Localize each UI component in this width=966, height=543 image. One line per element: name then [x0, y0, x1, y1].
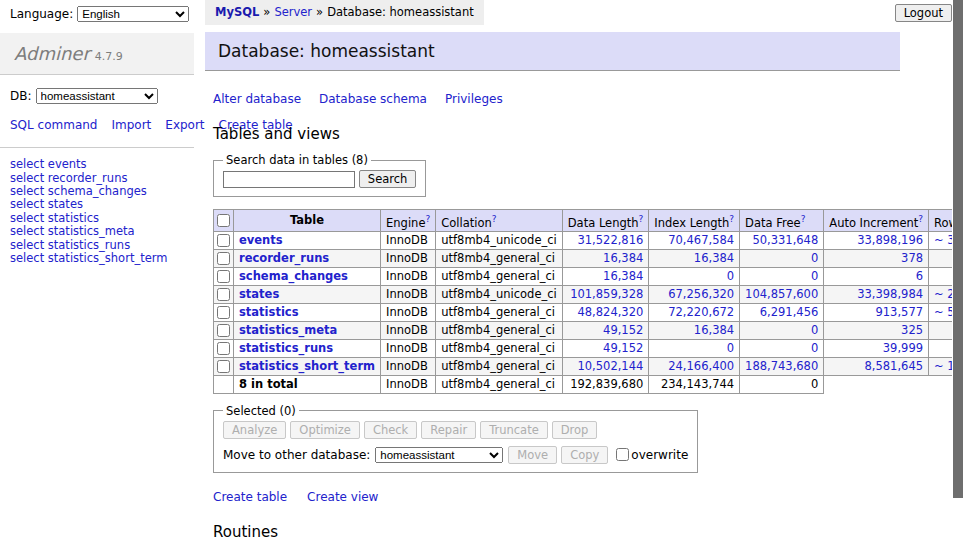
column-help-link[interactable]: ?	[918, 214, 923, 224]
totals-data-length: 192,839,680	[562, 375, 649, 393]
index-length-link[interactable]: 16,384	[694, 251, 734, 265]
index-length-link[interactable]: 0	[727, 269, 734, 283]
data-length-link[interactable]: 48,824,320	[577, 305, 643, 319]
move-db-select[interactable]: homeassistant	[375, 447, 503, 463]
search-input[interactable]	[223, 171, 355, 188]
row-checkbox[interactable]	[217, 234, 230, 247]
auto-increment-link[interactable]: 378	[901, 251, 923, 265]
column-help-link[interactable]: ?	[492, 214, 497, 224]
breadcrumb-server-link[interactable]: Server	[274, 5, 312, 19]
row-checkbox[interactable]	[217, 252, 230, 265]
table-name-link[interactable]: events	[239, 233, 283, 247]
table-name-link[interactable]: statistics	[239, 305, 299, 319]
data-length-link[interactable]: 101,859,328	[570, 287, 643, 301]
breadcrumb-mysql-link[interactable]: MySQL	[215, 5, 259, 19]
row-checkbox-cell	[214, 231, 234, 249]
row-checkbox[interactable]	[217, 270, 230, 283]
sidebar-select-link[interactable]: select statistics	[10, 212, 184, 225]
repair-button[interactable]: Repair	[421, 421, 476, 439]
database-schema-link[interactable]: Database schema	[319, 92, 427, 106]
data-length-link[interactable]: 31,522,816	[577, 233, 643, 247]
select-all-checkbox[interactable]	[217, 214, 230, 227]
copy-button[interactable]: Copy	[561, 446, 608, 464]
index-length-link[interactable]: 24,166,400	[668, 359, 734, 373]
data-free-link[interactable]: 0	[811, 341, 818, 355]
sidebar-select-link[interactable]: select statistics_runs	[10, 239, 184, 252]
sidebar-select-link[interactable]: select recorder_runs	[10, 172, 184, 185]
table-name-link[interactable]: statistics_meta	[239, 323, 337, 337]
db-select[interactable]: homeassistant	[36, 88, 158, 104]
privileges-link[interactable]: Privileges	[445, 92, 503, 106]
column-help-link[interactable]: ?	[639, 214, 644, 224]
search-button[interactable]: Search	[359, 170, 417, 188]
data-free-link[interactable]: 188,743,680	[745, 359, 818, 373]
sidebar-link-import[interactable]: Import	[111, 118, 151, 132]
data-length-link[interactable]: 16,384	[603, 269, 643, 283]
index-length-link[interactable]: 16,384	[694, 323, 734, 337]
auto-increment-link[interactable]: 325	[901, 323, 923, 337]
column-help-link[interactable]: ?	[801, 214, 806, 224]
move-button[interactable]: Move	[508, 446, 557, 464]
sidebar-link-sql-command[interactable]: SQL command	[10, 118, 97, 132]
column-help-sup: ?	[639, 214, 644, 224]
auto-increment-link[interactable]: 913,577	[875, 305, 923, 319]
create-view-link[interactable]: Create view	[307, 490, 378, 504]
sidebar-select-link[interactable]: select states	[10, 198, 184, 211]
data-length-link[interactable]: 49,152	[603, 341, 643, 355]
table-name-link[interactable]: statistics_runs	[239, 341, 333, 355]
sidebar-select-link[interactable]: select statistics_short_term	[10, 252, 184, 265]
table-name-link[interactable]: statistics_short_term	[239, 359, 375, 373]
data-free-link[interactable]: 0	[811, 251, 818, 265]
table-name-link[interactable]: recorder_runs	[239, 251, 329, 265]
analyze-button[interactable]: Analyze	[223, 421, 286, 439]
tables-overview-table: TableEngine?Collation?Data Length?Index …	[213, 209, 966, 394]
auto-increment-link[interactable]: 39,999	[883, 341, 923, 355]
overwrite-checkbox[interactable]	[616, 448, 629, 461]
data-free-link[interactable]: 104,857,600	[745, 287, 818, 301]
index-length-link[interactable]: 67,256,320	[668, 287, 734, 301]
sidebar-select-link[interactable]: select events	[10, 158, 184, 171]
row-checkbox[interactable]	[217, 342, 230, 355]
logout-button[interactable]: Logout	[895, 4, 952, 22]
check-button[interactable]: Check	[364, 421, 417, 439]
auto-increment-link[interactable]: 33,898,196	[857, 233, 923, 247]
row-checkbox[interactable]	[217, 288, 230, 301]
engine-cell: InnoDB	[381, 303, 436, 321]
sidebar-select-link[interactable]: select schema_changes	[10, 185, 184, 198]
overwrite-label: overwrite	[631, 448, 688, 462]
page-title: Database: homeassistant	[205, 32, 900, 71]
alter-database-link[interactable]: Alter database	[213, 92, 301, 106]
sidebar-select-link[interactable]: select statistics_meta	[10, 225, 184, 238]
auto-increment-link[interactable]: 33,398,984	[857, 287, 923, 301]
table-name-cell: schema_changes	[234, 267, 381, 285]
table-name-link[interactable]: schema_changes	[239, 269, 348, 283]
row-checkbox[interactable]	[217, 306, 230, 319]
sidebar-link-export[interactable]: Export	[165, 118, 204, 132]
auto-increment-link[interactable]: 6	[916, 269, 923, 283]
column-help-link[interactable]: ?	[729, 214, 734, 224]
column-help-link[interactable]: ?	[425, 214, 430, 224]
data-length-cell: 31,522,816	[562, 231, 649, 249]
index-length-link[interactable]: 0	[727, 341, 734, 355]
table-name-link[interactable]: states	[239, 287, 279, 301]
app-version: 4.7.9	[95, 50, 123, 63]
data-free-link[interactable]: 50,331,648	[752, 233, 818, 247]
language-select[interactable]: English	[77, 6, 189, 22]
data-free-link[interactable]: 6,291,456	[760, 305, 819, 319]
data-length-link[interactable]: 10,502,144	[577, 359, 643, 373]
row-checkbox[interactable]	[217, 324, 230, 337]
index-length-link[interactable]: 70,467,584	[668, 233, 734, 247]
optimize-button[interactable]: Optimize	[290, 421, 360, 439]
scrollbar-thumb[interactable]	[953, 0, 963, 498]
row-checkbox[interactable]	[217, 360, 230, 373]
auto-increment-link[interactable]: 8,581,645	[865, 359, 924, 373]
create-table-link[interactable]: Create table	[213, 490, 287, 504]
data-free-link[interactable]: 0	[811, 269, 818, 283]
column-header-label: Data Length	[568, 215, 639, 229]
data-free-link[interactable]: 0	[811, 323, 818, 337]
data-length-link[interactable]: 16,384	[603, 251, 643, 265]
truncate-button[interactable]: Truncate	[480, 421, 548, 439]
index-length-link[interactable]: 72,220,672	[668, 305, 734, 319]
drop-button[interactable]: Drop	[552, 421, 598, 439]
data-length-link[interactable]: 49,152	[603, 323, 643, 337]
